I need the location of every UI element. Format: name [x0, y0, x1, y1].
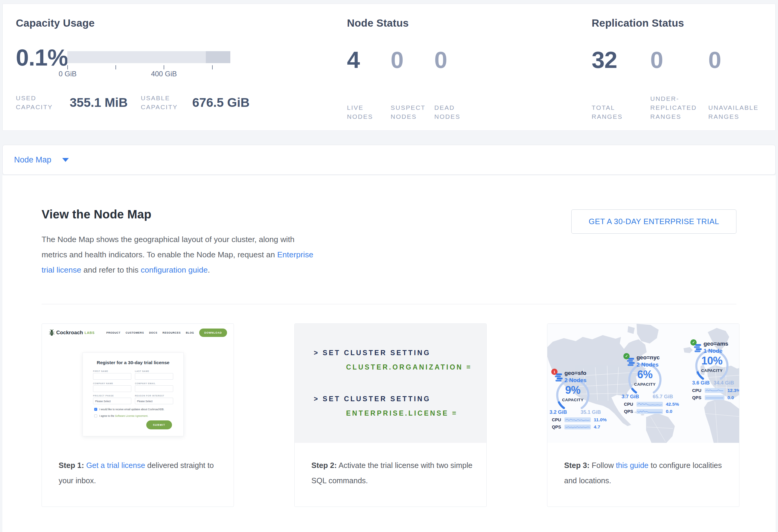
nav-docs: DOCS — [149, 331, 157, 334]
capacity-bar: 0 GiB 400 GiB — [67, 51, 230, 79]
step2-caption: Step 2: Activate the trial license with … — [295, 443, 486, 488]
configuration-guide-link[interactable]: configuration guide — [141, 265, 208, 275]
sql-set-cluster-setting-1: > SET CLUSTER SETTING — [314, 349, 431, 357]
this-guide-link[interactable]: this guide — [616, 461, 648, 469]
intro-paragraph: The Node Map shows the geographical layo… — [42, 232, 321, 278]
node-map-preview: 1 geo=sfo 2 Nodes 9% — [547, 324, 739, 443]
step1-card: Cockroach LABS PRODUCT CUSTOMERS DOCS RE… — [42, 323, 234, 507]
step3-caption: Step 3: Follow this guide to configure l… — [547, 443, 739, 488]
capacity-tick-0: 0 GiB — [44, 70, 91, 78]
software-license-agreement-link: Software License Agreement. — [115, 414, 148, 417]
qps-sparkline — [705, 395, 724, 400]
unavailable-ranges-label: UNAVAILABLE RANGES — [708, 103, 762, 121]
total-ranges-value: 32 — [592, 48, 617, 72]
intro-copy: View the Node Map The Node Map shows the… — [42, 208, 321, 278]
usable-capacity-label: USABLE CAPACITY — [141, 94, 186, 111]
sql-cluster-organization: CLUSTER.ORGANIZATION = — [346, 363, 472, 371]
used-capacity-value: 355.1 MiB — [70, 95, 128, 110]
get-trial-license-link[interactable]: Get a trial license — [86, 461, 145, 469]
suspect-nodes-label: SUSPECT NODES — [391, 103, 430, 121]
nav-resources: RESOURCES — [162, 331, 181, 334]
sql-set-cluster-setting-2: > SET CLUSTER SETTING — [314, 395, 431, 403]
cockroach-labs-logo: Cockroach LABS — [49, 329, 95, 336]
capacity-usage-title: Capacity Usage — [16, 17, 94, 29]
qps-sparkline — [636, 409, 663, 414]
registration-site-screenshot: Cockroach LABS PRODUCT CUSTOMERS DOCS RE… — [42, 324, 234, 443]
capacity-stats: USED CAPACITY 355.1 MiB USABLE CAPACITY … — [16, 94, 249, 111]
download-button: DOWNLOAD — [199, 328, 227, 337]
cpu-sparkline — [564, 417, 591, 422]
sql-enterprise-license: ENTERPRISE.LICENSE = — [346, 409, 458, 417]
qps-sparkline — [564, 425, 591, 429]
license-agreement-checkbox-label: I agree to the Software License Agreemen… — [99, 414, 148, 418]
company-name-field — [93, 385, 131, 392]
email-updates-checkbox-label: I would like to receive email updates ab… — [99, 408, 164, 411]
database-icon — [554, 373, 563, 382]
node-map-placeholder-panel: View the Node Map The Node Map shows the… — [2, 175, 776, 532]
capacity-tick-400: 400 GiB — [140, 70, 188, 78]
dead-nodes-value: 0 — [434, 48, 447, 72]
chevron-down-icon — [62, 158, 69, 162]
submit-button: SUBMIT — [146, 421, 172, 429]
sql-commands-graphic: > SET CLUSTER SETTING CLUSTER.ORGANIZATI… — [295, 324, 486, 443]
company-email-field — [135, 385, 173, 392]
view-selector-dropdown[interactable]: Node Map — [2, 145, 776, 175]
first-name-field — [93, 373, 131, 380]
view-selector-label[interactable]: Node Map — [14, 155, 52, 165]
cluster-summary-panel: Capacity Usage 0.1% 0 GiB 400 GiB USED C… — [2, 4, 776, 131]
total-ranges-label: TOTAL RANGES — [592, 103, 633, 121]
replication-status-section: Replication Status 32 TOTAL RANGES 0 UND… — [592, 4, 777, 131]
capacity-bar-used-segment — [206, 51, 230, 63]
database-icon — [693, 344, 702, 353]
cockroach-bug-icon — [49, 329, 55, 336]
unavailable-ranges-value: 0 — [708, 48, 721, 72]
nav-blog: BLOG — [186, 331, 194, 334]
step1-caption: Step 1: Get a trial license delivered st… — [42, 443, 234, 488]
last-name-field — [135, 373, 173, 380]
step3-card: 1 geo=sfo 2 Nodes 9% — [547, 323, 740, 507]
capacity-usage-section: Capacity Usage 0.1% 0 GiB 400 GiB USED C… — [16, 4, 333, 131]
usable-capacity-value: 676.5 GiB — [192, 95, 249, 110]
capacity-percent: 0.1% — [16, 46, 68, 69]
database-icon — [626, 358, 635, 366]
node-status-section: Node Status 4 LIVE NODES 0 SUSPECT NODES… — [347, 4, 515, 131]
form-title: Register for a 30-day trial license — [83, 360, 183, 365]
suspect-nodes-value: 0 — [391, 48, 403, 72]
nav-customers: CUSTOMERS — [126, 331, 144, 334]
cpu-sparkline — [705, 388, 724, 393]
dead-nodes-label: DEAD NODES — [434, 103, 470, 121]
enterprise-trial-button[interactable]: GET A 30-DAY ENTERPRISE TRIAL — [571, 210, 736, 234]
reason-for-interest-select: Please Select — [135, 398, 173, 404]
under-replicated-ranges-value: 0 — [650, 48, 663, 72]
step2-card: > SET CLUSTER SETTING CLUSTER.ORGANIZATI… — [294, 323, 487, 507]
capacity-bar-ticks — [67, 63, 230, 70]
trial-license-form: Register for a 30-day trial license FIRS… — [83, 353, 184, 436]
nav-product: PRODUCT — [106, 331, 121, 334]
live-nodes-label: LIVE NODES — [347, 103, 383, 121]
mini-site-nav: PRODUCT CUSTOMERS DOCS RESOURCES BLOG DO… — [101, 328, 227, 337]
capacity-bar-track — [67, 51, 230, 63]
checkbox-empty-icon — [94, 414, 97, 417]
cpu-sparkline — [636, 402, 663, 407]
section-divider — [42, 304, 736, 304]
live-nodes-value: 4 — [347, 48, 360, 72]
page-title: View the Node Map — [42, 208, 321, 221]
under-replicated-ranges-label: UNDER-REPLICATED RANGES — [650, 94, 704, 121]
checkbox-checked-icon: ✓ — [94, 408, 97, 411]
used-capacity-label: USED CAPACITY — [16, 94, 63, 111]
project-phase-select: Please Select — [93, 398, 131, 404]
